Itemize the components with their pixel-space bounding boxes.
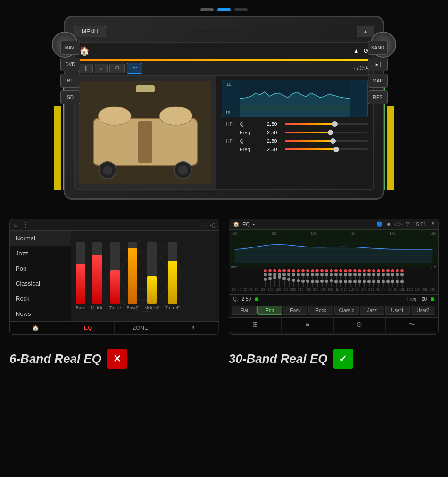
- slider-20[interactable]: [353, 269, 357, 287]
- home-small-icon[interactable]: 🏠: [233, 221, 240, 227]
- band-button[interactable]: BAND: [368, 41, 388, 55]
- toolbar-eq-btn[interactable]: |||: [78, 64, 93, 73]
- q-label: Q:: [233, 296, 238, 302]
- footer-zone-btn[interactable]: ZONE: [115, 322, 167, 334]
- slider-14[interactable]: [325, 269, 328, 287]
- bottom-panels: ○ ⋮ □ ◁ Normal Jazz Pop Classical Rock N…: [0, 209, 448, 344]
- slider-24[interactable]: [372, 269, 375, 287]
- bar-treblef: TrebleF: [165, 242, 180, 313]
- freq-10k: 10k: [399, 288, 405, 291]
- sd-button[interactable]: SD: [60, 90, 80, 104]
- home-icon[interactable]: 🏠: [79, 46, 90, 56]
- freq-16k: 16k: [415, 288, 420, 291]
- footer-home-btn[interactable]: 🏠: [10, 322, 62, 334]
- footer-30-wave[interactable]: 〜: [386, 318, 438, 332]
- slider-30[interactable]: [400, 269, 404, 287]
- footer-30-grid[interactable]: ⊞: [229, 318, 282, 332]
- slider-28[interactable]: [391, 269, 394, 287]
- preset-flat[interactable]: Flat: [232, 306, 257, 315]
- preset-classic[interactable]: Classic: [334, 306, 359, 315]
- slider-13[interactable]: [320, 269, 324, 287]
- preset-easy[interactable]: Easy: [283, 306, 307, 315]
- preset-pop-30[interactable]: Pop: [257, 306, 282, 315]
- res-button[interactable]: RES: [368, 90, 388, 104]
- refresh-icon[interactable]: ↺: [430, 221, 434, 227]
- preset-rock[interactable]: Rock: [10, 291, 71, 306]
- slider-6[interactable]: [287, 269, 290, 287]
- menu-button[interactable]: MENU: [74, 26, 106, 37]
- toolbar-time-btn[interactable]: ⏱: [109, 64, 125, 73]
- slider-1[interactable]: [264, 269, 267, 287]
- slider-8[interactable]: [297, 269, 300, 287]
- preset-rock-30[interactable]: Rock: [308, 306, 333, 315]
- navi-button[interactable]: NAVI: [60, 41, 80, 55]
- toolbar-sound-btn[interactable]: ♪: [95, 64, 108, 73]
- main-screen: 🏠 ▲ ↺ ||| ♪ ⏱ 〜 · DSP: [74, 42, 374, 190]
- bar-middlef: MiddleF: [144, 242, 159, 313]
- slider-25[interactable]: [377, 269, 380, 287]
- dsp-controls: +15 -15: [216, 76, 373, 189]
- signal-icon: ◁▷: [394, 221, 402, 227]
- eq-slider-4[interactable]: [285, 148, 368, 150]
- footer-eq-btn[interactable]: EQ: [62, 322, 115, 334]
- slider-23[interactable]: [367, 269, 371, 287]
- slider-2[interactable]: [268, 269, 272, 287]
- toolbar-wave-btn[interactable]: 〜: [127, 63, 142, 74]
- slider-7[interactable]: [292, 269, 295, 287]
- slider-15[interactable]: [330, 269, 333, 287]
- slider-5[interactable]: [282, 269, 286, 287]
- footer-back-btn[interactable]: ↺: [166, 322, 219, 334]
- dvd-button[interactable]: DVD: [60, 58, 80, 71]
- eq-slider-1[interactable]: [285, 123, 368, 125]
- freq-2.5k: 2.5: [361, 288, 366, 291]
- slider-11[interactable]: [311, 269, 314, 287]
- preset-user2[interactable]: User2: [411, 306, 435, 315]
- freq-400: 400: [306, 288, 311, 291]
- slider-16[interactable]: [334, 269, 338, 287]
- dot-2[interactable]: [217, 8, 231, 11]
- dot-3[interactable]: [234, 8, 248, 11]
- bt-button[interactable]: BT: [60, 74, 80, 88]
- eq-slider-3[interactable]: [285, 140, 368, 142]
- eq-curve-svg: [231, 237, 436, 263]
- bar-label-bass: Bass: [76, 305, 85, 310]
- eq-param-1: Q: [240, 121, 263, 127]
- slider-10[interactable]: [306, 269, 309, 287]
- freq-630: 630: [320, 288, 326, 291]
- dot-1[interactable]: [200, 8, 214, 11]
- slider-21[interactable]: [358, 269, 361, 287]
- preset-user1[interactable]: User1: [385, 306, 410, 315]
- slider-29[interactable]: [396, 269, 399, 287]
- eq-sliders-30band: 30 40 50 63 80 100 125 160 200 250 315 4…: [229, 267, 438, 295]
- slider-18[interactable]: [344, 269, 347, 287]
- slider-26[interactable]: [382, 269, 385, 287]
- slider-19[interactable]: [348, 269, 352, 287]
- bottom-labels: 6-Band Real EQ ✕ 30-Band Real EQ ✓: [0, 344, 448, 373]
- slider-17[interactable]: [339, 269, 342, 287]
- 30band-footer: ⊞ ≡ ⊙ 〜: [229, 317, 438, 332]
- eject-button[interactable]: ▲: [357, 26, 374, 37]
- eq-value-3: 2.50: [267, 138, 281, 144]
- preset-normal[interactable]: Normal: [10, 231, 71, 246]
- preset-pop[interactable]: Pop: [10, 261, 71, 276]
- slider-22[interactable]: [363, 269, 366, 287]
- disc-icon[interactable]: ▲: [353, 47, 359, 55]
- slider-9[interactable]: [301, 269, 305, 287]
- slider-3[interactable]: [273, 269, 276, 287]
- map-button[interactable]: MAP: [368, 74, 388, 88]
- footer-30-circle[interactable]: ⊙: [334, 318, 386, 332]
- preset-classical[interactable]: Classical: [10, 276, 71, 291]
- preset-jazz[interactable]: Jazz: [10, 246, 71, 261]
- slider-27[interactable]: [386, 269, 390, 287]
- 6band-header-icons: ○ ⋮: [14, 221, 29, 229]
- next-button[interactable]: ►|: [368, 58, 388, 71]
- eq-value-1: 2.50: [267, 121, 281, 127]
- preset-news[interactable]: News: [10, 306, 71, 321]
- slider-12[interactable]: [315, 269, 319, 287]
- eq-row-1: HP : Q 2.50: [222, 121, 368, 127]
- preset-jazz-30[interactable]: Jazz: [360, 306, 384, 315]
- slider-4[interactable]: [278, 269, 281, 287]
- eq-slider-2[interactable]: [285, 132, 368, 133]
- 30band-label-text: 30-Band Real EQ: [229, 352, 328, 366]
- footer-30-list[interactable]: ≡: [282, 318, 334, 332]
